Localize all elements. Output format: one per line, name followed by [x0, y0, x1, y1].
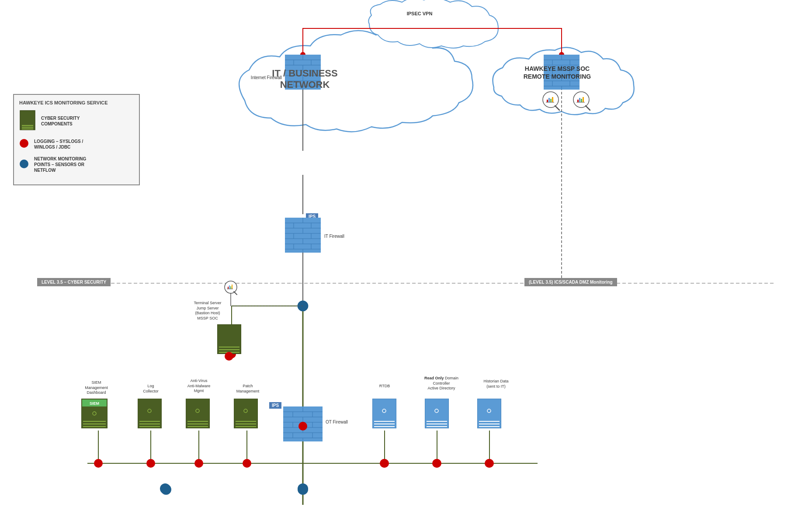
historian-shape: [477, 399, 501, 428]
svg-rect-58: [230, 286, 231, 289]
historian-label: Historian Data(sent to IT): [476, 379, 516, 389]
rtdb-shape: [372, 399, 396, 428]
svg-point-31: [433, 459, 441, 468]
svg-rect-51: [583, 97, 584, 102]
svg-point-32: [485, 459, 494, 468]
svg-rect-48: [577, 100, 579, 102]
it-firewall-shape: [285, 218, 321, 253]
patch-mgmt-label: PatchManagement: [232, 384, 263, 394]
legend-logging-icon: [19, 139, 29, 150]
svg-point-26: [94, 459, 103, 468]
legend-netmon-label: NETWORK MONITORINGPOINTS – SENSORS ORNET…: [34, 156, 86, 173]
ot-firewall-shape: [283, 406, 323, 441]
svg-point-28: [194, 459, 203, 468]
svg-rect-40: [547, 100, 548, 102]
svg-point-30: [380, 459, 389, 468]
terminal-server-shape: [217, 324, 241, 354]
patch-mgmt-shape: [234, 399, 258, 428]
svg-rect-43: [552, 97, 553, 102]
antivirus-label: Anti-VirusAnti-MalwareMgmt: [181, 379, 216, 394]
it-firewall-label: IT Firewall: [324, 234, 344, 239]
legend-logging-label: LOGGING – SYSLOGS /WINLOGS / JDBC: [34, 139, 83, 150]
ipsec-vpn-cloud: [368, 0, 498, 48]
svg-rect-59: [232, 285, 232, 289]
svg-rect-49: [579, 98, 580, 102]
level35-label: LEVEL 3.5 – CYBER SECURITY: [37, 278, 111, 286]
svg-text:SIEM: SIEM: [90, 401, 99, 406]
legend-box: HAWKEYE ICS MONITORING SERVICE CYBER SEC…: [13, 94, 140, 185]
main-diagram-svg: [0, 0, 812, 521]
legend-netmon-icon: [19, 159, 29, 170]
svg-rect-41: [548, 98, 550, 102]
ips-badge-2: IPS: [269, 402, 281, 409]
siem-dashboard-label: SIEMManagementDashboard: [78, 380, 115, 396]
svg-point-37: [298, 484, 308, 495]
legend-cyber-label: CYBER SECURITYCOMPONENTS: [41, 115, 80, 127]
legend-item-netmon: NETWORK MONITORINGPOINTS – SENSORS ORNET…: [19, 156, 134, 173]
svg-rect-56: [228, 287, 229, 289]
log-collector-label: LogCollector: [135, 384, 166, 394]
legend-cyber-icon: [19, 110, 36, 132]
level35-right-label: (LEVEL 3.5) ICS/SCADA DMZ Monitoring: [524, 278, 617, 286]
svg-rect-50: [581, 99, 582, 102]
svg-point-36: [161, 484, 171, 495]
siem-server-shape: SIEM: [81, 399, 108, 428]
svg-rect-42: [550, 99, 552, 102]
rtdb-label: RTDB: [371, 384, 398, 389]
legend-item-logging: LOGGING – SYSLOGS /WINLOGS / JDBC: [19, 139, 134, 150]
terminal-server-label: Terminal ServerJump Server(Bastion Host)…: [186, 301, 229, 321]
ipsec-vpn-label: IPSEC VPN: [376, 11, 463, 16]
log-collector-shape: [138, 399, 162, 428]
svg-rect-57: [229, 285, 230, 289]
ot-firewall-label: OT Firewall: [326, 420, 348, 424]
svg-point-29: [243, 459, 251, 468]
it-business-network-label: IT / BUSINESS NETWORK: [262, 68, 347, 91]
domain-controller-shape: [425, 399, 449, 428]
legend-title: HAWKEYE ICS MONITORING SERVICE: [19, 100, 134, 105]
hawkeye-mssp-label: HAWKEYE MSSP SOCREMOTE MONITORING: [514, 65, 601, 80]
legend-item-cyber: CYBER SECURITYCOMPONENTS: [19, 110, 134, 132]
svg-point-68: [20, 139, 28, 148]
domain-controller-label: Read Only DomainControllerActive Directo…: [420, 376, 463, 391]
svg-line-61: [234, 292, 237, 295]
svg-point-27: [146, 459, 155, 468]
svg-point-69: [20, 160, 28, 168]
antivirus-shape: [186, 399, 210, 428]
diagram-container: HAWKEYE ICS MONITORING SERVICE CYBER SEC…: [0, 0, 812, 521]
